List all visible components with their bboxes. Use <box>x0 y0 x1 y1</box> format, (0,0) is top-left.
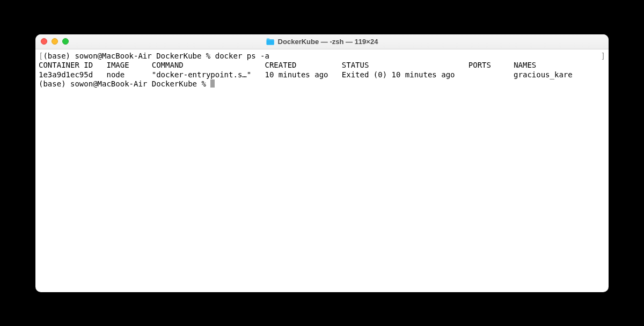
hdr-container-id: CONTAINER ID <box>39 61 93 69</box>
row-status: Exited (0) 10 minutes ago <box>342 70 455 79</box>
terminal-window: DockerKube — -zsh — 119×24 [(base) sowon… <box>35 34 609 292</box>
row-image: node <box>106 70 125 79</box>
hdr-names: NAMES <box>514 61 536 69</box>
minimize-button[interactable] <box>52 38 58 45</box>
traffic-lights <box>41 38 69 45</box>
terminal-line-1: [(base) sowon@MacBook-Air DockerKube % d… <box>39 52 605 61</box>
maximize-button[interactable] <box>62 38 69 45</box>
command-1: docker ps -a <box>215 52 269 60</box>
folder-icon <box>266 38 275 45</box>
terminal-header-line: CONTAINER ID IMAGE COMMAND CREATED STATU… <box>39 61 605 70</box>
hdr-image: IMAGE <box>106 61 129 69</box>
hdr-status: STATUS <box>342 61 369 69</box>
row-names: gracious_kare <box>514 70 573 79</box>
terminal-row-line: 1e3a9d1ec95d node "docker-entrypoint.s…"… <box>39 70 605 80</box>
window-title-area: DockerKube — -zsh — 119×24 <box>266 38 378 46</box>
bracket-close: ] <box>601 52 605 61</box>
row-command: "docker-entrypoint.s…" <box>152 70 251 79</box>
titlebar: DockerKube — -zsh — 119×24 <box>35 34 609 49</box>
window-title: DockerKube — -zsh — 119×24 <box>278 38 378 46</box>
prompt-1: (base) sowon@MacBook-Air DockerKube % <box>43 52 215 60</box>
row-container-id: 1e3a9d1ec95d <box>39 70 93 79</box>
row-created: 10 minutes ago <box>265 70 328 79</box>
terminal-line-4: (base) sowon@MacBook-Air DockerKube % <box>39 79 605 89</box>
hdr-command: COMMAND <box>152 61 184 69</box>
hdr-ports: PORTS <box>469 61 491 69</box>
close-button[interactable] <box>41 38 47 45</box>
cursor <box>210 79 215 88</box>
terminal-body[interactable]: [(base) sowon@MacBook-Air DockerKube % d… <box>35 49 609 292</box>
prompt-2: (base) sowon@MacBook-Air DockerKube % <box>39 79 210 88</box>
hdr-created: CREATED <box>265 61 297 69</box>
